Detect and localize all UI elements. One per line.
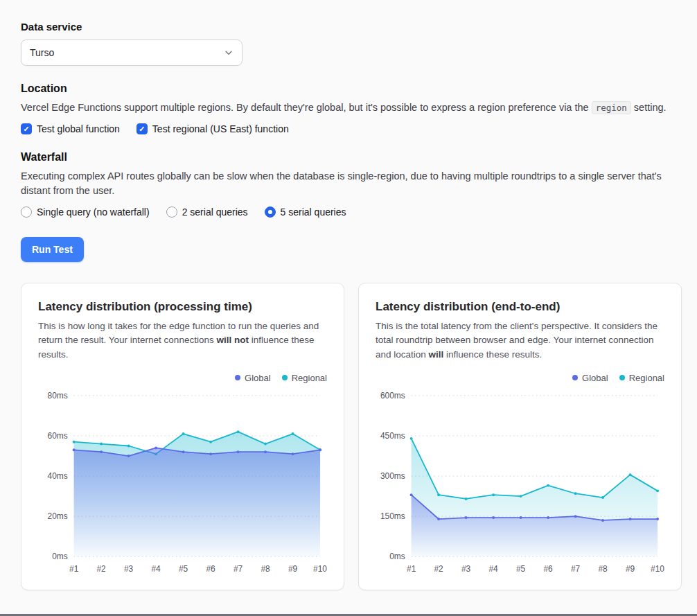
- svg-text:20ms: 20ms: [48, 511, 68, 521]
- location-heading: Location: [21, 82, 682, 95]
- end-to-end-card: Latency distribution (end-to-end) This i…: [358, 283, 682, 590]
- svg-text:600ms: 600ms: [380, 391, 405, 401]
- waterfall-description: Executing complex API routes globally ca…: [21, 169, 682, 198]
- svg-text:#7: #7: [233, 564, 243, 574]
- card-description: This is the total latency from the clien…: [376, 319, 664, 362]
- radio-icon: [265, 206, 276, 218]
- svg-text:#9: #9: [626, 564, 635, 574]
- location-checkbox-row: ✓ Test global function ✓ Test regional (…: [21, 123, 682, 134]
- legend-item-regional: Regional: [282, 373, 327, 383]
- card-desc-post: influence these results.: [443, 349, 542, 360]
- run-test-button[interactable]: Run Test: [21, 237, 84, 262]
- svg-text:#9: #9: [288, 564, 298, 574]
- svg-text:#4: #4: [488, 564, 498, 574]
- svg-text:#5: #5: [179, 564, 188, 574]
- card-title: Latency distribution (end-to-end): [376, 300, 664, 314]
- card-desc-bold: will: [429, 349, 444, 360]
- svg-text:#3: #3: [461, 564, 471, 574]
- radio-icon: [166, 206, 177, 218]
- legend-item-global: Global: [572, 373, 608, 383]
- svg-text:#2: #2: [434, 564, 444, 574]
- global-legend-dot: [572, 375, 578, 380]
- chart-legend: Global Regional: [38, 373, 327, 383]
- svg-text:60ms: 60ms: [48, 431, 68, 441]
- checkbox-icon: ✓: [21, 123, 32, 134]
- svg-text:#2: #2: [97, 564, 107, 574]
- svg-text:#1: #1: [407, 564, 416, 574]
- svg-text:#3: #3: [124, 564, 134, 574]
- waterfall-heading: Waterfall: [21, 151, 682, 164]
- end-to-end-chart: 0ms150ms300ms450ms600ms#1#2#3#4#5#6#7#8#…: [376, 387, 664, 577]
- location-desc-pre: Vercel Edge Functions support multiple r…: [21, 102, 592, 113]
- radio-2-serial-queries[interactable]: 2 serial queries: [166, 206, 248, 218]
- chart-legend: Global Regional: [376, 373, 664, 383]
- radio-single-query[interactable]: Single query (no waterfall): [21, 206, 150, 218]
- legend-item-regional: Regional: [619, 373, 664, 383]
- svg-text:#10: #10: [651, 564, 664, 574]
- card-desc-bold: will not: [216, 335, 249, 345]
- checkbox-icon: ✓: [136, 123, 148, 134]
- svg-text:#8: #8: [261, 564, 270, 574]
- legend-label: Regional: [629, 373, 664, 383]
- svg-text:#6: #6: [543, 564, 553, 574]
- legend-label: Global: [582, 373, 608, 383]
- processing-time-card: Latency distribution (processing time) T…: [21, 283, 344, 590]
- waterfall-radio-row: Single query (no waterfall) 2 serial que…: [21, 206, 682, 218]
- svg-text:0ms: 0ms: [52, 552, 68, 561]
- data-service-select[interactable]: Turso: [21, 39, 242, 66]
- page: Data service Turso Location Vercel Edge …: [0, 0, 697, 590]
- svg-text:#8: #8: [598, 564, 608, 574]
- svg-text:#4: #4: [151, 564, 161, 574]
- checkbox-label: Test global function: [37, 123, 120, 134]
- checkbox-label: Test regional (US East) function: [152, 123, 289, 134]
- data-service-label: Data service: [21, 21, 682, 33]
- svg-text:150ms: 150ms: [380, 511, 405, 521]
- regional-legend-dot: [282, 375, 288, 380]
- svg-text:#10: #10: [313, 564, 327, 574]
- regional-legend-dot: [619, 375, 625, 380]
- card-description: This is how long it takes for the edge f…: [38, 319, 327, 362]
- charts-row: Latency distribution (processing time) T…: [21, 283, 682, 590]
- radio-label: 5 serial queries: [281, 206, 346, 218]
- radio-5-serial-queries[interactable]: 5 serial queries: [265, 206, 346, 218]
- processing-time-chart: 0ms20ms40ms60ms80ms#1#2#3#4#5#6#7#8#9#10: [38, 387, 327, 577]
- svg-text:#5: #5: [516, 564, 526, 574]
- chevron-down-icon: [224, 48, 233, 58]
- legend-label: Global: [245, 373, 271, 383]
- svg-text:#6: #6: [206, 564, 215, 574]
- region-code-chip: region: [592, 101, 631, 114]
- radio-icon: [21, 206, 32, 218]
- global-legend-dot: [235, 375, 240, 380]
- radio-label: 2 serial queries: [182, 206, 248, 218]
- svg-text:#1: #1: [69, 564, 79, 574]
- card-title: Latency distribution (processing time): [38, 300, 327, 314]
- location-desc-post: setting.: [631, 102, 667, 113]
- svg-text:0ms: 0ms: [389, 552, 405, 561]
- checkbox-test-global-function[interactable]: ✓ Test global function: [21, 123, 120, 134]
- svg-text:40ms: 40ms: [48, 471, 68, 481]
- location-description: Vercel Edge Functions support multiple r…: [21, 100, 682, 115]
- svg-text:450ms: 450ms: [380, 431, 405, 441]
- checkbox-test-regional-function[interactable]: ✓ Test regional (US East) function: [136, 123, 289, 134]
- svg-text:#7: #7: [571, 564, 581, 574]
- legend-item-global: Global: [235, 373, 271, 383]
- radio-label: Single query (no waterfall): [37, 206, 150, 218]
- legend-label: Regional: [292, 373, 327, 383]
- svg-text:300ms: 300ms: [380, 471, 405, 481]
- select-value: Turso: [30, 47, 54, 58]
- svg-text:80ms: 80ms: [48, 391, 68, 401]
